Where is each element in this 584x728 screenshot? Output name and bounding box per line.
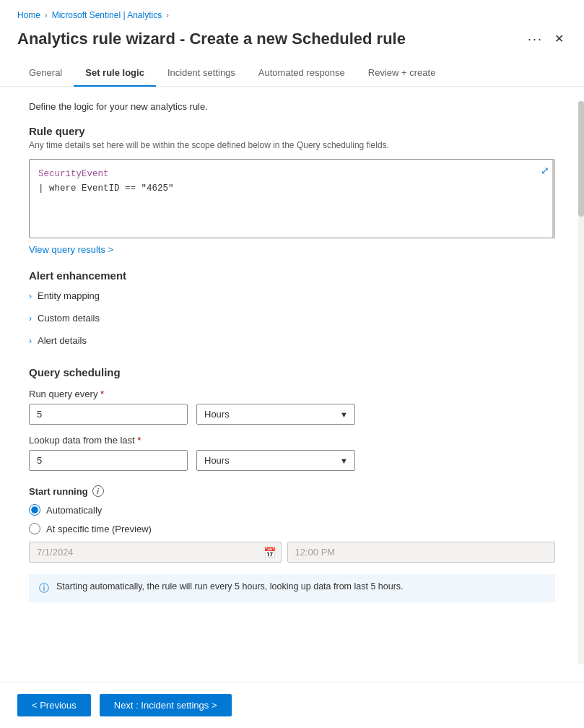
lookup-data-unit-wrapper: Hours Minutes Days ▼ [196, 450, 355, 471]
query-scheduling-section: Query scheduling Run query every * Hours… [29, 366, 555, 471]
start-running-label: Start running i [29, 485, 555, 497]
lookup-data-required: * [137, 435, 141, 446]
datetime-row: 📅 [29, 542, 555, 563]
tab-set-rule-logic[interactable]: Set rule logic [74, 60, 156, 87]
page-header: Analytics rule wizard - Create a new Sch… [0, 26, 584, 60]
close-button[interactable]: ✕ [552, 29, 567, 48]
tab-automated-response[interactable]: Automated response [247, 60, 357, 87]
breadcrumb-sep2: › [166, 11, 169, 20]
section-intro: Define the logic for your new analytics … [29, 101, 555, 112]
info-banner: ⓘ Starting automatically, the rule will … [29, 574, 555, 602]
time-input[interactable] [287, 542, 556, 563]
radio-automatically-input[interactable] [29, 504, 40, 516]
page-title: Analytics rule wizard - Create a new Sch… [17, 30, 406, 48]
run-query-unit-select[interactable]: Hours Minutes Days [196, 404, 355, 425]
info-banner-icon: ⓘ [39, 582, 49, 595]
breadcrumb-sentinel[interactable]: Microsoft Sentinel | Analytics [52, 10, 162, 20]
entity-mapping-label: Entity mapping [38, 290, 100, 301]
run-query-label: Run query every * [29, 389, 555, 399]
calendar-icon: 📅 [263, 547, 276, 558]
radio-specific-time-input[interactable] [29, 523, 40, 534]
query-scroll-indicator [552, 159, 555, 238]
lookup-data-label: Lookup data from the last * [29, 435, 555, 446]
alert-enhancement-title: Alert enhancement [29, 269, 555, 282]
radio-automatically-label: Automatically [46, 505, 102, 516]
alert-details-label: Alert details [38, 335, 87, 346]
entity-mapping-chevron: › [29, 291, 32, 301]
query-line-1: SecurityEvent [38, 167, 546, 181]
lookup-data-unit-select[interactable]: Hours Minutes Days [196, 450, 355, 471]
rule-query-subtitle: Any time details set here will be within… [29, 140, 555, 150]
info-banner-text: Starting automatically, the rule will ru… [56, 581, 404, 592]
footer: < Previous Next : Incident settings > [0, 682, 584, 728]
next-button[interactable]: Next : Incident settings > [100, 694, 232, 716]
start-running-info-icon[interactable]: i [92, 485, 104, 497]
start-running-section: Start running i Automatically At specifi… [29, 485, 555, 602]
query-scheduling-title: Query scheduling [29, 366, 555, 378]
header-actions: ··· ✕ [528, 29, 567, 48]
view-query-results-link[interactable]: View query results > [29, 244, 113, 255]
start-running-radio-group: Automatically At specific time (Preview) [29, 504, 555, 534]
radio-automatically[interactable]: Automatically [29, 504, 555, 516]
scrollbar[interactable] [578, 101, 584, 664]
custom-details-label: Custom details [38, 313, 100, 324]
breadcrumb-home[interactable]: Home [17, 10, 40, 20]
tab-incident-settings[interactable]: Incident settings [156, 60, 247, 87]
tab-review-create[interactable]: Review + create [357, 60, 448, 87]
tab-general[interactable]: General [17, 60, 74, 87]
entity-mapping-item[interactable]: › Entity mapping [29, 285, 555, 307]
run-query-unit-wrapper: Hours Minutes Days ▼ [196, 404, 355, 425]
lookup-data-row: Hours Minutes Days ▼ [29, 450, 555, 471]
custom-details-item[interactable]: › Custom details [29, 307, 555, 329]
run-query-required: * [100, 389, 104, 399]
tabs-bar: General Set rule logic Incident settings… [0, 60, 584, 87]
query-box-wrapper: SecurityEvent | where EventID == "4625" … [29, 159, 555, 238]
rule-query-title: Rule query [29, 125, 555, 137]
scrollbar-thumb[interactable] [578, 101, 584, 217]
alert-details-item[interactable]: › Alert details [29, 329, 555, 352]
more-options-icon[interactable]: ··· [528, 32, 543, 46]
expand-query-icon[interactable]: ⤢ [541, 165, 549, 176]
query-editor[interactable]: SecurityEvent | where EventID == "4625" [29, 159, 555, 238]
previous-button[interactable]: < Previous [17, 694, 91, 716]
alert-details-chevron: › [29, 336, 32, 346]
radio-specific-time[interactable]: At specific time (Preview) [29, 523, 555, 534]
date-input-wrapper: 📅 [29, 542, 282, 563]
main-content: Define the logic for your new analytics … [0, 87, 584, 670]
run-query-row: Hours Minutes Days ▼ [29, 404, 555, 425]
lookup-data-value-input[interactable] [29, 450, 188, 471]
rule-query-section: Rule query Any time details set here wil… [29, 125, 555, 269]
date-input[interactable] [29, 542, 282, 563]
radio-specific-time-label: At specific time (Preview) [46, 524, 152, 534]
breadcrumb: Home › Microsoft Sentinel | Analytics › [0, 0, 584, 26]
custom-details-chevron: › [29, 313, 32, 324]
breadcrumb-sep1: › [45, 11, 48, 20]
query-line-2: | where EventID == "4625" [38, 181, 546, 196]
alert-enhancement-section: Alert enhancement › Entity mapping › Cus… [29, 269, 555, 352]
run-query-value-input[interactable] [29, 404, 188, 425]
